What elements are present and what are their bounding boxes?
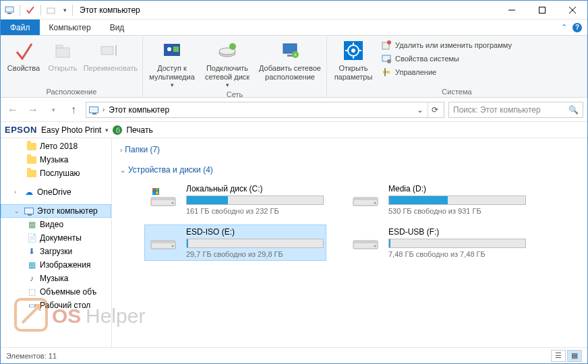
sidebar-item-thispc[interactable]: ⌄Этот компьютер	[1, 204, 111, 218]
svg-rect-4	[539, 7, 545, 13]
up-button[interactable]: ↑	[65, 102, 82, 118]
address-text: Этот компьютер	[109, 105, 169, 115]
drive-name: ESD-USB (F:)	[388, 227, 526, 237]
map-drive-button[interactable]: Подключить сетевой диск ▾	[200, 37, 255, 89]
svg-point-23	[351, 49, 355, 53]
svg-rect-9	[101, 47, 113, 55]
icons-view-button[interactable]: ▦	[567, 350, 582, 362]
svg-text:+: +	[294, 52, 297, 58]
epson-logo: EPSON	[5, 125, 37, 135]
tab-computer[interactable]: Компьютер	[40, 20, 100, 35]
status-bar: Элементов: 11 ☰ ▦	[1, 347, 587, 363]
print-icon: ⎙	[113, 125, 122, 135]
sidebar-item-leto[interactable]: Лето 2018	[1, 140, 111, 153]
uninstall-button[interactable]: Удалить или изменить программу	[378, 38, 514, 52]
open-button: Открыть	[45, 37, 80, 73]
epson-app[interactable]: Easy Photo Print	[41, 125, 101, 135]
sidebar-item-video[interactable]: ▦Видео	[1, 218, 111, 231]
drive-free-text: 29,7 ГБ свободно из 29,8 ГБ	[186, 250, 324, 258]
item-count: Элементов: 11	[6, 352, 57, 360]
svg-rect-32	[383, 71, 390, 73]
qat-dropdown[interactable]: ▾	[60, 3, 69, 18]
tab-file[interactable]: Файл	[1, 20, 40, 35]
recent-dropdown[interactable]: ▾	[45, 102, 61, 118]
folders-category[interactable]: ›Папки (7)	[120, 142, 579, 157]
navigation-row: ← → ▾ ↑ › Этот компьютер ⌄ ⟳ Поиск: Этот…	[1, 98, 587, 122]
drive-free-text: 7,48 ГБ свободно из 7,48 ГБ	[388, 250, 526, 258]
drive-capacity-bar	[388, 239, 526, 248]
ribbon-collapse[interactable]: ⌃	[561, 23, 567, 32]
forward-button: →	[25, 102, 41, 118]
sidebar-item-desktop[interactable]: ▭Рабочий стол	[1, 299, 111, 312]
refresh-button[interactable]: ⟳	[428, 102, 441, 117]
drive-capacity-bar	[186, 195, 324, 205]
drives-category[interactable]: ⌄Устройства и диски (4)	[120, 162, 579, 177]
drive-icon	[147, 227, 179, 254]
help-icon[interactable]: ?	[572, 23, 582, 32]
navigation-pane[interactable]: Лето 2018 Музыка Послушаю ›☁OneDrive ⌄Эт…	[1, 138, 112, 347]
manage-button[interactable]: Управление	[378, 65, 514, 79]
search-box[interactable]: Поиск: Этот компьютер 🔍	[448, 102, 583, 118]
sidebar-item-listen[interactable]: Послушаю	[1, 166, 111, 180]
close-button[interactable]	[557, 1, 587, 20]
details-view-button[interactable]: ☰	[551, 350, 566, 362]
qat-properties[interactable]	[23, 3, 38, 18]
maximize-button[interactable]	[527, 1, 557, 20]
svg-point-41	[172, 202, 174, 204]
sidebar-item-music[interactable]: Музыка	[1, 153, 111, 166]
sidebar-item-docs[interactable]: 📄Документы	[1, 231, 111, 245]
address-bar[interactable]: › Этот компьютер ⌄ ⟳	[86, 102, 444, 118]
drives-list: Локальный диск (C:) 161 ГБ свободно из 2…	[120, 177, 579, 265]
media-access-button[interactable]: Доступ к мультимедиа ▾	[146, 37, 198, 89]
sidebar-item-images[interactable]: ▦Изображения	[1, 258, 111, 272]
drive-item[interactable]: ESD-ISO (E:) 29,7 ГБ свободно из 29,8 ГБ	[144, 224, 326, 261]
qat-new-folder[interactable]	[44, 3, 59, 18]
ribbon-group-location: Свойства Открыть Переименовать Расположе…	[1, 36, 143, 97]
window-title: Этот компьютер	[76, 5, 140, 15]
drive-capacity-bar	[186, 239, 324, 248]
drive-name: Локальный диск (C:)	[186, 184, 324, 193]
svg-rect-7	[56, 48, 69, 57]
pc-icon	[89, 107, 98, 113]
titlebar: ▾ Этот компьютер	[1, 1, 587, 20]
sidebar-item-downloads[interactable]: ⬇Загрузки	[1, 245, 111, 258]
print-button[interactable]: Печать	[126, 125, 152, 135]
svg-rect-1	[7, 13, 11, 14]
svg-rect-36	[156, 188, 158, 191]
ribbon-tabs: Файл Компьютер Вид ⌃ ?	[1, 20, 587, 36]
drive-icon	[349, 227, 382, 254]
search-icon: 🔍	[568, 105, 579, 115]
svg-point-12	[167, 47, 171, 51]
drive-name: Media (D:)	[388, 184, 526, 193]
add-network-location-button[interactable]: + Добавить сетевое расположение	[256, 37, 324, 82]
system-properties-button[interactable]: Свойства системы	[378, 52, 514, 65]
search-placeholder: Поиск: Этот компьютер	[453, 105, 541, 115]
drive-icon	[147, 184, 179, 211]
svg-rect-33	[384, 68, 386, 76]
svg-point-44	[374, 202, 376, 204]
tab-view[interactable]: Вид	[100, 20, 134, 35]
drive-free-text: 530 ГБ свободно из 931 ГБ	[388, 207, 526, 215]
drive-capacity-bar	[388, 195, 526, 205]
back-button[interactable]: ←	[5, 102, 21, 118]
ribbon: Свойства Открыть Переименовать Расположе…	[1, 36, 587, 98]
drive-icon	[349, 184, 382, 211]
ribbon-group-system: Открыть параметры Удалить или изменить п…	[327, 36, 587, 97]
sidebar-item-volumes[interactable]: ⬚Объемные объ	[1, 285, 111, 299]
epson-toolbar: EPSON Easy Photo Print ▾ ⎙ Печать	[1, 122, 587, 138]
sidebar-item-music2[interactable]: ♪Музыка	[1, 272, 111, 285]
drive-item[interactable]: ESD-USB (F:) 7,48 ГБ свободно из 7,48 ГБ	[347, 224, 529, 261]
drive-item[interactable]: Локальный диск (C:) 161 ГБ свободно из 2…	[144, 181, 326, 218]
rename-button: Переименовать	[82, 37, 140, 73]
svg-rect-0	[5, 7, 13, 12]
content-pane[interactable]: ›Папки (7) ⌄Устройства и диски (4) Локал…	[112, 138, 587, 347]
drive-item[interactable]: Media (D:) 530 ГБ свободно из 931 ГБ	[347, 181, 529, 218]
minimize-button[interactable]	[496, 1, 527, 20]
open-settings-button[interactable]: Открыть параметры	[330, 37, 377, 82]
ribbon-group-network: Доступ к мультимедиа ▾ Подключить сетево…	[143, 36, 327, 97]
properties-button[interactable]: Свойства	[3, 37, 44, 73]
app-icon[interactable]	[2, 3, 17, 18]
address-dropdown[interactable]: ⌄	[417, 105, 423, 115]
svg-rect-46	[151, 241, 175, 243]
sidebar-item-onedrive[interactable]: ›☁OneDrive	[1, 185, 111, 199]
